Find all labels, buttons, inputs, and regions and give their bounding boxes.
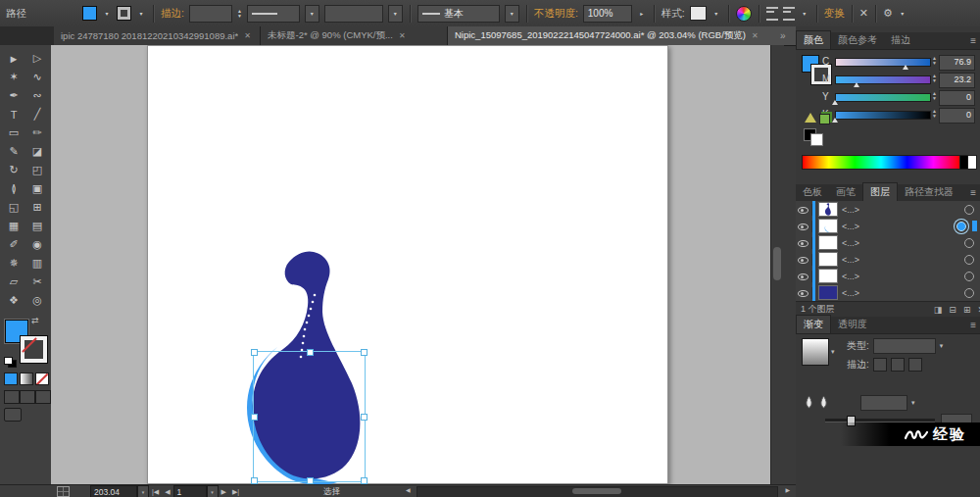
gradient-mode-button[interactable] xyxy=(20,373,33,385)
selection-handle[interactable] xyxy=(361,349,368,356)
rectangle-tool[interactable]: ▭ xyxy=(2,124,25,142)
layer-thumbnail[interactable] xyxy=(818,202,838,217)
width-profile-dropdown[interactable] xyxy=(247,5,300,23)
align-caret-icon[interactable]: ▾ xyxy=(800,6,809,22)
eraser-tool[interactable]: ◪ xyxy=(25,142,49,161)
slider-thumb-c[interactable] xyxy=(903,65,908,70)
target-circle[interactable] xyxy=(964,255,974,265)
selection-handle[interactable] xyxy=(251,477,258,484)
next-artboard-icon[interactable]: ▶ xyxy=(221,488,226,496)
shape-builder-tool[interactable]: ◱ xyxy=(2,198,25,217)
layer-thumbnail[interactable] xyxy=(818,252,838,267)
tab-stroke[interactable]: 描边 xyxy=(884,31,917,49)
gradient-stop-droplet-icon[interactable] xyxy=(804,396,814,410)
eye-icon[interactable] xyxy=(796,254,812,266)
default-fill-stroke-icon[interactable] xyxy=(4,357,16,367)
align-center-icon[interactable] xyxy=(783,7,795,21)
vertical-scrollbar[interactable] xyxy=(770,45,784,484)
screen-mode-button[interactable] xyxy=(4,408,22,422)
canvas[interactable] xyxy=(51,45,784,484)
blend-tool[interactable]: ◉ xyxy=(25,235,49,254)
document-tab[interactable]: ipic 24787180 20181220210342991089.ai* ✕ xyxy=(54,26,261,45)
gradient-type-caret-icon[interactable]: ▾ xyxy=(940,342,944,350)
document-tab[interactable]: 未标题-2* @ 90% (CMYK/预... ✕ xyxy=(261,26,448,45)
tab-color-guide[interactable]: 颜色参考 xyxy=(831,31,884,49)
symbol-sprayer-tool[interactable]: ✵ xyxy=(2,254,25,273)
tab-overflow-icon[interactable]: » xyxy=(780,30,786,41)
mesh-tool[interactable]: ▦ xyxy=(2,217,25,235)
horizontal-scroll-thumb[interactable] xyxy=(572,488,621,494)
draw-behind-button[interactable] xyxy=(20,390,35,404)
value-field-c[interactable]: 76.9 xyxy=(939,55,975,71)
value-field-m[interactable]: 23.2 xyxy=(939,73,975,88)
paintbrush-tool[interactable]: ✏ xyxy=(25,124,49,142)
stroke-panel-link[interactable]: 描边: xyxy=(161,7,184,21)
hand-tool[interactable]: ❖ xyxy=(2,291,25,310)
tab-color[interactable]: 颜色 xyxy=(796,30,831,49)
fill-color-swatch[interactable] xyxy=(82,6,97,21)
eye-icon[interactable] xyxy=(796,221,812,232)
gradient-type-dropdown[interactable] xyxy=(873,338,936,354)
isolate-mode-icon[interactable]: ✕ xyxy=(859,7,868,20)
layer-row[interactable]: <...> xyxy=(796,234,980,252)
stroke-caret-icon[interactable]: ▾ xyxy=(136,6,146,22)
gradient-angle-caret-icon[interactable]: ▾ xyxy=(911,399,915,407)
color-mode-button[interactable] xyxy=(4,373,18,385)
eye-icon[interactable] xyxy=(796,237,812,249)
eye-icon[interactable] xyxy=(796,287,812,299)
layer-thumbnail[interactable] xyxy=(818,285,838,300)
panel-menu-icon[interactable]: ≡ xyxy=(970,187,976,198)
align-left-icon[interactable] xyxy=(766,7,778,21)
layer-row[interactable]: <...> xyxy=(796,201,980,219)
stroke-gradient-within-icon[interactable] xyxy=(873,358,887,372)
settings-gear-icon[interactable]: ⚙ xyxy=(883,7,893,20)
type-tool[interactable]: T xyxy=(2,105,25,124)
tab-brushes[interactable]: 画笔 xyxy=(829,183,862,201)
selection-handle[interactable] xyxy=(251,414,258,421)
curvature-tool[interactable]: ∾ xyxy=(25,86,49,105)
stroke-gradient-across-icon[interactable] xyxy=(908,358,922,372)
new-sublayer-icon[interactable]: ⊟ xyxy=(949,305,956,315)
pencil-tool[interactable]: ✎ xyxy=(2,142,25,161)
brush-definition-caret-icon[interactable]: ▾ xyxy=(388,5,403,23)
draw-inside-button[interactable] xyxy=(35,390,51,404)
layer-thumbnail[interactable] xyxy=(818,235,838,250)
swap-fill-stroke-icon[interactable]: ⇄ xyxy=(31,316,39,325)
gradient-stop-droplet-icon[interactable] xyxy=(818,396,829,410)
layer-row[interactable]: <...> xyxy=(796,268,980,285)
tab-pathfinder[interactable]: 路径查找器 xyxy=(898,183,960,201)
layer-row[interactable]: <...> xyxy=(796,251,980,269)
opacity-panel-link[interactable]: 不透明度: xyxy=(534,7,578,21)
close-tab-icon[interactable]: ✕ xyxy=(244,31,251,40)
tab-swatches[interactable]: 色板 xyxy=(796,183,829,201)
first-artboard-icon[interactable]: |◀ xyxy=(152,488,159,496)
eye-icon[interactable] xyxy=(796,271,812,282)
close-tab-icon[interactable]: ✕ xyxy=(399,31,406,40)
last-artboard-icon[interactable]: ▶| xyxy=(232,488,239,496)
slider-thumb-k[interactable] xyxy=(832,118,838,123)
selection-handle[interactable] xyxy=(251,349,258,356)
target-circle[interactable] xyxy=(964,288,974,298)
settings-caret-icon[interactable]: ▾ xyxy=(898,6,907,22)
line-segment-tool[interactable]: ╱ xyxy=(25,105,49,124)
target-circle[interactable] xyxy=(964,205,974,215)
zoom-caret-icon[interactable]: ▾ xyxy=(137,485,149,497)
layer-row-selected[interactable]: <...> xyxy=(796,218,980,235)
tab-transparency[interactable]: 透明度 xyxy=(831,316,874,333)
zoom-tool[interactable]: ◎ xyxy=(25,291,49,310)
panel-menu-icon[interactable]: ≡ xyxy=(970,35,976,46)
artboard-caret-icon[interactable]: ▾ xyxy=(207,485,219,497)
target-circle-selected[interactable] xyxy=(956,222,966,231)
slider-thumb-m[interactable] xyxy=(854,82,859,87)
stroke-weight-field[interactable] xyxy=(189,5,232,23)
artboard[interactable] xyxy=(147,45,668,484)
document-tab-active[interactable]: Nipic_15097685_20190222145047724000.ai* … xyxy=(448,26,804,45)
magic-wand-tool[interactable]: ✶ xyxy=(2,68,25,86)
style-swatch[interactable] xyxy=(690,6,707,21)
selection-handle[interactable] xyxy=(361,477,368,484)
toolbar-stroke-swatch[interactable] xyxy=(21,336,47,363)
slice-tool[interactable]: ✂ xyxy=(25,273,49,291)
free-transform-tool[interactable]: ▣ xyxy=(25,179,49,198)
slider-track-c[interactable] xyxy=(835,58,931,67)
layer-row[interactable]: <...> xyxy=(796,284,980,302)
